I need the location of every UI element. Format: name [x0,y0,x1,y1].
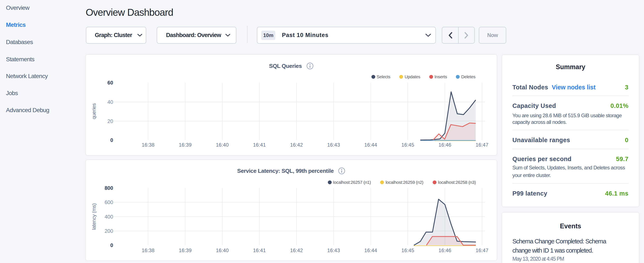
svg-text:16:47: 16:47 [476,142,488,148]
svg-text:400: 400 [104,214,113,220]
svg-text:16:38: 16:38 [142,247,154,253]
svg-text:16:43: 16:43 [327,247,340,253]
svg-text:16:39: 16:39 [179,247,192,253]
svg-text:latency (ms): latency (ms) [91,203,97,230]
svg-text:40: 40 [107,99,113,105]
svg-text:16:41: 16:41 [253,142,266,148]
svg-text:16:46: 16:46 [438,247,451,253]
svg-text:16:38: 16:38 [142,142,154,148]
svg-text:200: 200 [104,228,113,234]
svg-text:16:47: 16:47 [476,247,488,253]
svg-text:20: 20 [107,118,113,124]
svg-text:16:43: 16:43 [327,142,340,148]
svg-text:16:45: 16:45 [402,142,414,148]
svg-text:16:40: 16:40 [216,142,228,148]
svg-text:16:44: 16:44 [364,142,377,148]
svg-text:16:42: 16:42 [290,142,303,148]
svg-text:800: 800 [104,185,113,191]
svg-text:0: 0 [110,137,113,143]
svg-text:16:41: 16:41 [253,247,266,253]
svg-text:600: 600 [104,199,113,205]
svg-text:16:42: 16:42 [290,247,303,253]
svg-text:0: 0 [110,242,113,248]
svg-text:queries: queries [91,103,97,119]
svg-text:16:44: 16:44 [364,247,377,253]
svg-text:16:40: 16:40 [216,247,228,253]
svg-text:16:39: 16:39 [179,142,192,148]
svg-text:16:45: 16:45 [402,247,414,253]
svg-text:60: 60 [107,80,113,86]
svg-text:16:46: 16:46 [438,142,451,148]
